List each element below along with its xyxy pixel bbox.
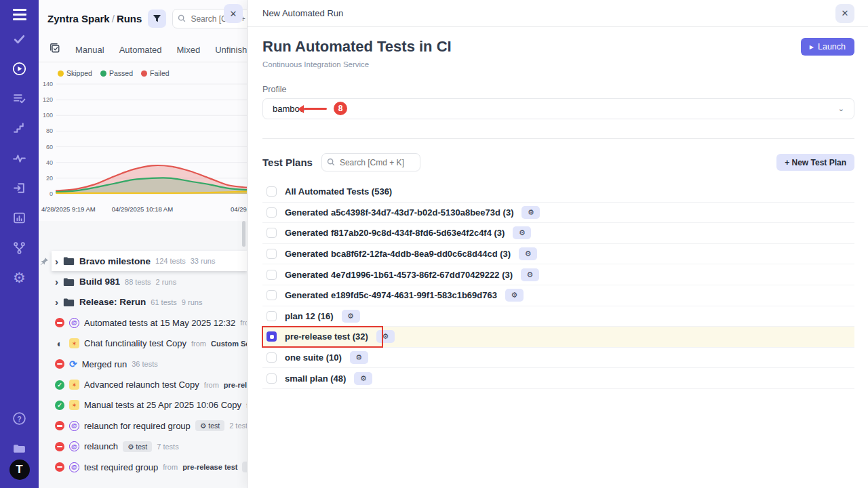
- runs-panel-close-icon[interactable]: ✕: [224, 4, 243, 23]
- analytics-nav-bar-chart-icon[interactable]: [8, 206, 31, 229]
- plan-checkbox[interactable]: [267, 290, 277, 300]
- plan-settings-button[interactable]: ⚙: [505, 289, 524, 302]
- run-row[interactable]: @ Automated tests at 15 May 2025 12:32 f…: [39, 312, 247, 333]
- plan-row[interactable]: small plan (48) ⚙: [262, 368, 854, 389]
- plan-checkbox[interactable]: [267, 311, 277, 321]
- plan-label: Generated 4e7d1996-1b61-4573-86f2-67dd70…: [285, 270, 513, 280]
- runs-nav-play-circle-icon[interactable]: [8, 57, 31, 80]
- run-name[interactable]: Advanced relaunch test Copy: [84, 380, 199, 390]
- status-blocked-icon: [55, 421, 64, 430]
- run-name[interactable]: Merged run: [82, 359, 127, 369]
- settings-nav-gear-icon[interactable]: ⚙: [8, 266, 31, 289]
- svg-text:0: 0: [50, 190, 53, 197]
- plan-checkbox[interactable]: [267, 228, 277, 238]
- profile-select[interactable]: bamboo 8 ⌄: [262, 98, 854, 119]
- panel-close-icon[interactable]: ✕: [835, 4, 854, 23]
- logo-t[interactable]: T: [9, 460, 30, 480]
- tag-chip[interactable]: ⚙test: [195, 420, 224, 431]
- automated-run-icon: @: [69, 318, 79, 328]
- svg-text:60: 60: [46, 144, 53, 150]
- run-name[interactable]: relaunch for required group: [84, 421, 191, 431]
- run-name[interactable]: Release: Rerun: [79, 297, 146, 307]
- plan-label: small plan (48): [285, 373, 346, 384]
- plan-settings-button[interactable]: ⚙: [521, 268, 539, 281]
- run-name[interactable]: test required group: [84, 462, 158, 472]
- svg-text:04/29/2025 10:18 AM: 04/29/2025 10:18 AM: [112, 205, 173, 213]
- project-name[interactable]: Zyntra Spark: [47, 13, 110, 24]
- from-plan-link[interactable]: pre-release test: [182, 463, 237, 471]
- plan-checkbox[interactable]: [267, 249, 277, 259]
- plans-search-input[interactable]: [321, 153, 420, 171]
- run-name[interactable]: Manual tests at 25 Apr 2025 10:06 Copy: [84, 400, 241, 410]
- status-partial-icon: ◐: [55, 339, 64, 348]
- plan-row[interactable]: one suite (10) ⚙: [262, 348, 854, 369]
- plan-settings-button[interactable]: ⚙: [342, 310, 360, 323]
- plan-row[interactable]: All Automated Tests (536): [262, 182, 854, 203]
- run-row[interactable]: @ relaunch for required group ⚙test 2 te…: [39, 415, 247, 436]
- chevron-right-icon[interactable]: ›: [55, 256, 58, 266]
- branch-nav-icon[interactable]: [8, 236, 31, 259]
- run-name[interactable]: Automated tests at 15 May 2025 12:32: [84, 318, 235, 328]
- plan-row[interactable]: Generated e189fd5c-4974-4631-99f1-583c1b…: [262, 285, 854, 306]
- run-folder-row[interactable]: › Bravo milestone 124 tests 33 runs: [52, 251, 247, 271]
- tab-automated[interactable]: Automated: [119, 45, 162, 55]
- tag-chip[interactable]: ⚙test: [123, 441, 152, 452]
- select-runs-icon[interactable]: [50, 43, 60, 56]
- svg-text:?: ?: [17, 414, 21, 422]
- plan-settings-button[interactable]: ⚙: [376, 330, 395, 343]
- svg-text:80: 80: [46, 127, 53, 134]
- launch-button[interactable]: ▶Launch: [801, 38, 854, 56]
- projects-folder-icon[interactable]: [8, 436, 31, 460]
- tag-chip[interactable]: ⚙test: [242, 462, 248, 472]
- status-blocked-icon: [55, 359, 64, 369]
- panel-title: New Automated Run: [262, 8, 835, 18]
- run-name[interactable]: Build 981: [79, 277, 120, 287]
- plan-settings-button[interactable]: ⚙: [350, 351, 368, 364]
- plan-settings-button[interactable]: ⚙: [521, 206, 540, 219]
- milestones-nav-steps-icon[interactable]: [8, 117, 31, 140]
- plan-row-selected[interactable]: pre-release test (32) ⚙: [262, 327, 854, 348]
- plan-row[interactable]: Generated f817ab20-9c8d-434f-8fd6-5d63e4…: [262, 223, 854, 244]
- plan-checkbox-checked[interactable]: [267, 331, 277, 342]
- chevron-right-icon[interactable]: ›: [55, 297, 58, 307]
- tab-mixed[interactable]: Mixed: [177, 45, 201, 55]
- scrollbar-thumb[interactable]: [242, 221, 245, 247]
- plan-settings-button[interactable]: ⚙: [513, 226, 531, 239]
- help-icon[interactable]: ?: [8, 407, 31, 430]
- run-row[interactable]: ✓ ✶ Advanced relaunch test Copy from pre…: [39, 374, 247, 394]
- plan-checkbox[interactable]: [267, 207, 277, 218]
- filter-button[interactable]: [148, 9, 166, 28]
- plan-label: All Automated Tests (536): [285, 186, 392, 197]
- pulse-nav-activity-icon[interactable]: [8, 146, 31, 169]
- run-name[interactable]: relaunch: [84, 441, 118, 451]
- run-row[interactable]: ⟳ Merged run 36 tests: [39, 354, 247, 374]
- plan-row[interactable]: Generated bca8f6f2-12fa-4ddb-8ea9-dd0c6c…: [262, 244, 854, 265]
- from-plan-link[interactable]: pre-release test: [224, 381, 248, 389]
- tab-manual[interactable]: Manual: [75, 45, 104, 55]
- tab-unfinished[interactable]: Unfinished: [215, 45, 248, 55]
- from-plan-link[interactable]: Custom Selection: [211, 340, 248, 348]
- plan-settings-button[interactable]: ⚙: [519, 247, 537, 260]
- plan-checkbox[interactable]: [267, 186, 277, 197]
- run-name[interactable]: Bravo milestone: [79, 256, 151, 266]
- plans-nav-list-check-icon[interactable]: [8, 87, 31, 110]
- run-folder-row[interactable]: › Release: Rerun 61 tests 9 runs: [39, 292, 247, 312]
- menu-icon[interactable]: [13, 9, 26, 20]
- plan-checkbox[interactable]: [267, 270, 277, 280]
- plan-row[interactable]: plan 12 (16) ⚙: [262, 306, 854, 327]
- run-name[interactable]: Chat functinality test Copy: [84, 338, 186, 348]
- chevron-right-icon[interactable]: ›: [55, 277, 58, 287]
- run-row[interactable]: @ relaunch ⚙test 7 tests: [39, 436, 247, 457]
- new-test-plan-button[interactable]: + New Test Plan: [776, 154, 854, 171]
- plan-settings-button[interactable]: ⚙: [354, 372, 372, 385]
- run-row[interactable]: @ test required group from pre-release t…: [39, 457, 247, 477]
- tests-nav-check-icon[interactable]: [8, 27, 31, 50]
- import-nav-icon[interactable]: [8, 176, 31, 199]
- plan-checkbox[interactable]: [267, 352, 277, 363]
- run-folder-row[interactable]: › Build 981 88 tests 2 runs: [39, 271, 247, 291]
- plan-checkbox[interactable]: [267, 373, 277, 384]
- plan-row[interactable]: Generated a5c4398f-34d7-43d7-b02d-5130a8…: [262, 203, 854, 224]
- run-row[interactable]: ◐ ✶ Chat functinality test Copy from Cus…: [39, 333, 247, 354]
- run-row[interactable]: ✓ ✶ Manual tests at 25 Apr 2025 10:06 Co…: [39, 395, 247, 415]
- plan-row[interactable]: Generated 4e7d1996-1b61-4573-86f2-67dd70…: [262, 264, 854, 285]
